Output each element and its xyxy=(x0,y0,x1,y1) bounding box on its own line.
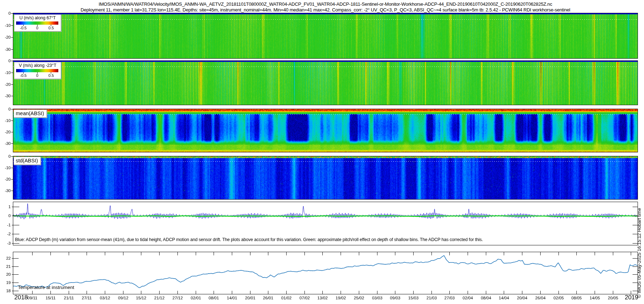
x-tick-label: 03/12 xyxy=(97,296,114,300)
x-tick-label: 09/12 xyxy=(115,296,132,300)
v-velocity-heatmap xyxy=(13,61,638,105)
y-tick-label: 1 xyxy=(0,205,11,209)
x-tick-label: 20/01 xyxy=(242,296,259,300)
y-tick-label: -10 xyxy=(0,23,11,28)
x-tick-label: 21/03 xyxy=(423,296,440,300)
x-tick-label: 15/12 xyxy=(133,296,150,300)
u-colorbar-tick-pos: 0.5 xyxy=(48,26,54,30)
y-tick-label: -30 xyxy=(0,94,11,98)
copyright-watermark: © IMOS 05-May-2025 16:15:12 Hobart time xyxy=(636,208,642,298)
y-tick-label: -20 xyxy=(0,35,11,40)
x-tick-label: 15/11 xyxy=(42,296,59,300)
u-colorbar-tick-zero: 0 xyxy=(36,26,38,30)
y-tick-label: -1 xyxy=(0,223,11,227)
x-tick-label: 27/11 xyxy=(78,296,96,300)
y-tick-label: 19 xyxy=(0,280,11,285)
v-colorbar-tick-zero: 0 xyxy=(36,73,38,78)
u-velocity-heatmap xyxy=(13,13,638,58)
std-absi-heatmap xyxy=(13,156,638,199)
x-tick-label: 08/04 xyxy=(478,296,495,300)
x-tick-label: 02/01 xyxy=(187,296,205,300)
x-tick-label: 20/04 xyxy=(514,296,531,300)
x-tick-label: 14/01 xyxy=(224,296,241,300)
std-absi-label: std(ABSI) xyxy=(14,157,41,165)
y-tick-label: 18 xyxy=(0,289,11,293)
mean-absi-heatmap xyxy=(13,109,638,152)
y-tick-label: -10 xyxy=(0,166,11,170)
depth-variation-annotation: Blue: ADCP Depth (m) variation from sens… xyxy=(15,237,483,242)
x-tick-label: 20/05 xyxy=(605,296,622,300)
y-tick-label: 0 xyxy=(0,214,11,218)
y-tick-label: -20 xyxy=(0,82,11,87)
figure-title-line2: Deployment 11, member 1 lat=31.72S lon=1… xyxy=(13,7,638,13)
u-colorbar-tick-neg: -0.5 xyxy=(20,26,27,30)
x-tick-label: 21/12 xyxy=(151,296,168,300)
x-tick-label: 26/04 xyxy=(532,296,549,300)
x-tick-label: 08/05 xyxy=(568,296,585,300)
x-tick-label: 01/02 xyxy=(278,296,295,300)
y-tick-label: 0 xyxy=(0,107,11,112)
x-tick-label: 27/03 xyxy=(441,296,458,300)
y-tick-label: -3 xyxy=(0,241,11,246)
v-colorbar-tick-pos: 0.5 xyxy=(48,73,54,78)
y-tick-label: -10 xyxy=(0,118,11,123)
y-tick-label: -2 xyxy=(0,232,11,236)
x-tick-label: 26/01 xyxy=(260,296,277,300)
x-tick-label: 13/02 xyxy=(314,296,331,300)
temperature-plot xyxy=(13,252,638,294)
x-tick-label: 02/05 xyxy=(550,296,567,300)
figure-title-line1: IMOS/ANMN/WA/WATR04/Velocity/IMOS_ANMN-W… xyxy=(13,1,638,7)
x-tick-label: 09/11 xyxy=(24,296,41,300)
temperature-label: Temperature at instrument xyxy=(18,285,74,290)
x-tick-label: 08/01 xyxy=(205,296,223,300)
u-legend-title: U (m/s) along 67°T xyxy=(14,15,61,21)
mean-absi-label: mean(ABSI) xyxy=(14,109,47,118)
x-tick-label: 21/11 xyxy=(60,296,78,300)
y-tick-label: -30 xyxy=(0,141,11,146)
x-tick-label: 03/03 xyxy=(369,296,386,300)
x-tick-label: 02/04 xyxy=(459,296,477,300)
x-tick-label: 07/02 xyxy=(296,296,313,300)
y-tick-label: 0 xyxy=(0,59,11,63)
x-tick-label: 25/02 xyxy=(351,296,368,300)
y-tick-label: 22 xyxy=(0,256,11,261)
y-tick-label: -10 xyxy=(0,70,11,75)
y-tick-label: -20 xyxy=(0,130,11,134)
x-tick-label: 14/05 xyxy=(586,296,604,300)
y-tick-label: 20 xyxy=(0,272,11,277)
x-tick-label: 14/04 xyxy=(496,296,513,300)
v-legend-title: V (m/s) along -23°T xyxy=(14,63,61,68)
figure-root: IMOS/ANMN/WA/WATR04/Velocity/IMOS_ANMN-W… xyxy=(0,0,644,304)
x-tick-label: 19/02 xyxy=(332,296,350,300)
y-tick-label: 21 xyxy=(0,264,11,269)
y-tick-label: -30 xyxy=(0,188,11,193)
u-velocity-legend: U (m/s) along 67°T -0.5 0 0.5 xyxy=(14,14,61,31)
v-velocity-legend: V (m/s) along -23°T -0.5 0 0.5 xyxy=(14,62,61,79)
x-tick-label: 27/12 xyxy=(169,296,186,300)
v-colorbar-tick-neg: -0.5 xyxy=(20,73,27,78)
x-tick-label: 09/03 xyxy=(387,296,404,300)
y-tick-label: -20 xyxy=(0,177,11,182)
y-tick-label: 0 xyxy=(0,154,11,159)
x-tick-label: 15/03 xyxy=(405,296,422,300)
y-tick-label: 0 xyxy=(0,11,11,16)
y-tick-label: -30 xyxy=(0,47,11,52)
